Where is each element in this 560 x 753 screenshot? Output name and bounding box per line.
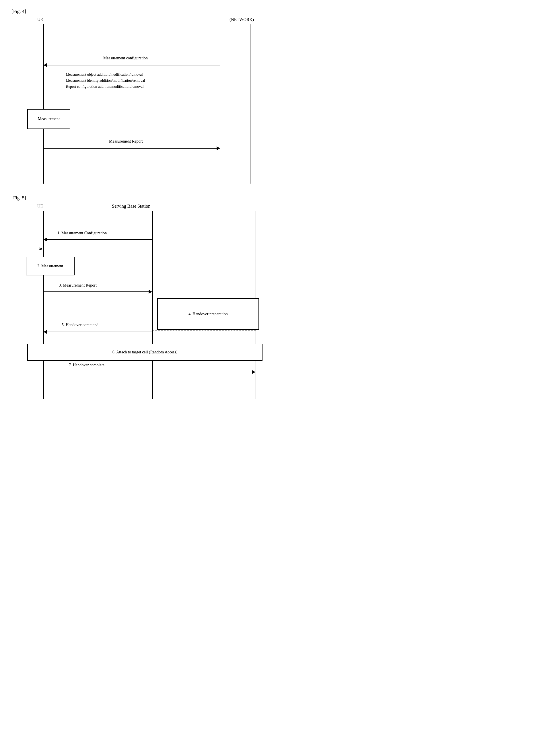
fig5-step1-arrowhead <box>44 238 47 242</box>
fig4-diagram: UE (NETWORK) Measurement configuration –… <box>12 17 268 184</box>
fig5-serving-label: Serving Base Station <box>112 204 150 209</box>
fig4-measurement-report-arrow <box>44 146 220 150</box>
fig4-measurement-config-arrow <box>44 63 220 67</box>
fig5-step5-solid-arrow <box>44 330 152 334</box>
fig5-label: [Fig. 5] <box>12 195 268 201</box>
fig4-bullet3: – Report configuration addition/modifica… <box>63 84 145 90</box>
fig5-step5-line <box>47 332 152 332</box>
fig5-handover-prep-box: 4. Handover preparation <box>157 298 259 330</box>
fig5-diagram: UE Serving Base Station 1. Measurement C… <box>12 204 268 399</box>
fig4-bullet1: – Measurement object addition/modificati… <box>63 72 145 78</box>
fig4-ue-label: UE <box>37 17 43 22</box>
fig5-step1-arrow <box>44 238 152 242</box>
fig5-step7-label: 7. Handover complete <box>69 363 104 367</box>
fig5-wavy: ≈ <box>39 245 42 253</box>
fig5-step7-arrow <box>44 370 255 374</box>
fig4-network-label: (NETWORK) <box>229 17 254 22</box>
fig4-arrowhead-left <box>44 63 47 67</box>
fig4-bullets: – Measurement object addition/modificati… <box>63 72 145 89</box>
fig4-measurement-box: Measurement <box>27 109 70 129</box>
fig4-measurement-report-label: Measurement Report <box>109 139 143 144</box>
fig5-step3-line <box>44 291 148 292</box>
fig5-step5-dashed-line <box>152 330 256 330</box>
fig5-step5-label: 5. Handover command <box>62 323 98 327</box>
fig4-measurement-config-label: Measurement configuration <box>103 56 148 61</box>
fig5-step3-label: 3. Measurement Report <box>59 283 97 288</box>
fig4-arrow-line <box>47 65 220 65</box>
fig5-step7-line <box>44 372 252 372</box>
fig4-label: [Fig. 4] <box>12 8 268 14</box>
fig5-step1-label: 1. Measurement Configuration <box>57 231 107 236</box>
fig4-report-arrowhead <box>217 146 220 150</box>
fig4-bullet2: – Measurement identity addition/modifica… <box>63 78 145 84</box>
fig4-network-lifeline <box>250 24 251 184</box>
fig5-ue-label: UE <box>37 204 43 208</box>
fig5-step3-arrow <box>44 290 152 294</box>
fig5-step3-arrowhead <box>148 290 152 294</box>
fig5-attach-box: 6. Attach to target cell (Random Access) <box>27 344 262 361</box>
fig4-report-line <box>44 148 217 148</box>
fig4-ue-lifeline <box>43 24 44 184</box>
fig5-step5-arrowhead <box>44 330 47 334</box>
fig5-step1-line <box>47 239 152 240</box>
fig5-step7-arrowhead <box>252 370 255 374</box>
fig5-measurement-box: 2. Measurement <box>26 257 75 276</box>
fig5-step5-dashed <box>152 330 256 330</box>
